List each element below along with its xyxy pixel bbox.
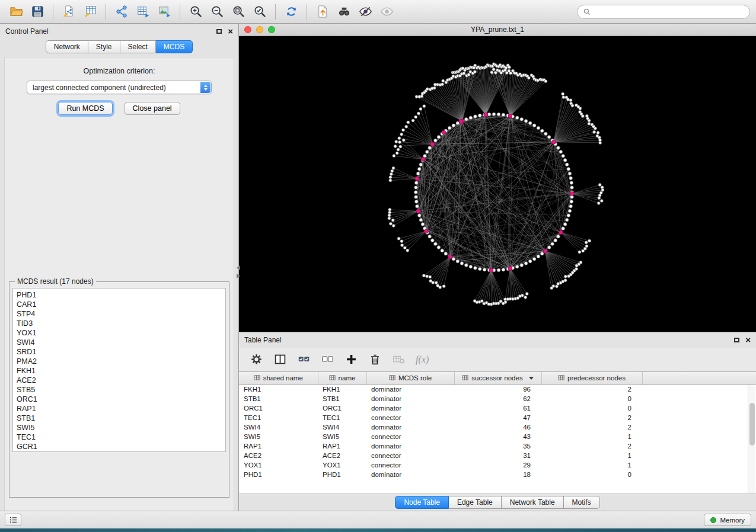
table-settings-button[interactable]: [247, 351, 265, 368]
float-table-panel-icon[interactable]: [734, 338, 739, 342]
mcds-result-list[interactable]: PHD1CAR1STP4TID3YOX1SWI4SRD1PMA2FKH1ACE2…: [12, 288, 226, 452]
splitter-handle[interactable]: [236, 265, 241, 281]
tab-node-table[interactable]: Node Table: [395, 496, 449, 509]
table-row[interactable]: PHD1PHD1dominator180: [239, 470, 756, 479]
export-table-button[interactable]: [133, 2, 153, 21]
zoom-out-button[interactable]: [207, 2, 227, 21]
show-all-button[interactable]: [377, 2, 397, 21]
table-row[interactable]: TEC1TEC1connector472: [239, 413, 756, 422]
maximize-window-icon[interactable]: [268, 26, 275, 33]
deselect-all-columns-button[interactable]: [318, 351, 336, 368]
find-button[interactable]: [334, 2, 354, 21]
mcds-result-item[interactable]: STB1: [17, 414, 225, 423]
export-image-button[interactable]: [154, 2, 174, 21]
create-column-button[interactable]: [342, 351, 360, 368]
collapse-left-icon: [237, 265, 240, 270]
search-field[interactable]: [577, 5, 750, 19]
network-graph[interactable]: [239, 36, 756, 332]
table-row[interactable]: RAP1RAP1dominator352: [239, 441, 756, 451]
scrollbar-thumb[interactable]: [749, 403, 755, 446]
tab-select[interactable]: Select: [120, 40, 156, 53]
mcds-result-item[interactable]: SWI5: [17, 423, 225, 432]
tab-mcds[interactable]: MCDS: [156, 40, 193, 53]
refresh-icon: [285, 5, 298, 18]
cell-shared-name: STB1: [239, 394, 318, 403]
tab-network[interactable]: Network: [46, 40, 88, 53]
apply-layout-button[interactable]: [281, 2, 301, 21]
close-table-panel-icon[interactable]: ×: [745, 336, 751, 344]
network-canvas[interactable]: [239, 36, 756, 332]
column-header-MCDS-role[interactable]: MCDS role: [366, 372, 454, 384]
export-network-button[interactable]: [111, 2, 132, 21]
table-row[interactable]: YOX1YOX1connector291: [239, 460, 756, 470]
mcds-result-item[interactable]: PHD1: [17, 290, 225, 300]
save-session-button[interactable]: [27, 2, 47, 21]
delete-column-button[interactable]: [366, 351, 384, 368]
table-row[interactable]: ORC1ORC1dominator610: [239, 403, 756, 413]
mcds-result-item[interactable]: FKH1: [17, 366, 225, 376]
select-stepper-icon: [200, 82, 210, 93]
table-row[interactable]: STB1STB1dominator620: [239, 394, 756, 403]
mcds-result-item[interactable]: YOX1: [17, 328, 225, 338]
close-window-icon[interactable]: [244, 26, 251, 33]
close-panel-button[interactable]: Close panel: [125, 102, 180, 115]
network-window: YPA_prune.txt_1: [239, 24, 756, 332]
zoom-selected-button[interactable]: [250, 2, 270, 21]
cell-name: STB1: [318, 394, 366, 403]
table-row[interactable]: SWI5SWI5connector431: [239, 432, 756, 441]
tab-style[interactable]: Style: [88, 40, 120, 53]
float-panel-icon[interactable]: [216, 29, 222, 34]
cell-predecessor-nodes: 1: [541, 460, 642, 470]
column-header-predecessor-nodes[interactable]: predecessor nodes: [541, 372, 642, 384]
table-row[interactable]: ACE2ACE2connector311: [239, 451, 756, 460]
cell-MCDS-role: dominator: [366, 422, 454, 432]
memory-button[interactable]: Memory: [704, 514, 751, 526]
mcds-result-item[interactable]: PMA2: [17, 357, 225, 366]
gear-icon: [250, 353, 263, 366]
minimize-window-icon[interactable]: [256, 26, 263, 33]
tab-edge-table[interactable]: Edge Table: [449, 496, 502, 509]
zoom-in-button[interactable]: [186, 2, 206, 21]
hide-selected-button[interactable]: [355, 2, 375, 21]
mcds-result-item[interactable]: SRD1: [17, 347, 225, 357]
zoom-fit-button[interactable]: [228, 2, 248, 21]
column-header-name[interactable]: name: [318, 372, 366, 384]
mcds-result-item[interactable]: CAR1: [17, 300, 225, 309]
mcds-result-item[interactable]: GCR1: [17, 442, 225, 451]
mcds-result-item[interactable]: TID3: [17, 319, 225, 328]
zoom-out-icon: [210, 5, 224, 18]
cell-predecessor-nodes: 1: [541, 432, 642, 441]
share-document-button[interactable]: [312, 2, 333, 21]
node-table[interactable]: shared namenameMCDS rolesuccessor nodesp…: [239, 371, 756, 494]
open-session-button[interactable]: [6, 2, 26, 21]
cell-name: FKH1: [318, 384, 366, 394]
show-columns-button[interactable]: [271, 351, 289, 368]
mcds-result-item[interactable]: STB5: [17, 385, 225, 395]
optimization-select[interactable]: largest connected component (undirected): [27, 81, 212, 94]
close-panel-icon[interactable]: ×: [228, 28, 233, 35]
column-header-successor-nodes[interactable]: successor nodes: [454, 372, 541, 384]
import-network-button[interactable]: [59, 2, 79, 21]
network-window-titlebar[interactable]: YPA_prune.txt_1: [239, 24, 756, 36]
cell-shared-name: YOX1: [239, 460, 318, 470]
mcds-result-item[interactable]: STP4: [17, 309, 225, 319]
column-header-shared-name[interactable]: shared name: [239, 372, 318, 384]
table-scrollbar[interactable]: [748, 385, 755, 493]
search-input[interactable]: [595, 8, 744, 16]
mcds-result-item[interactable]: SWI4: [17, 338, 225, 347]
import-table-button[interactable]: [80, 2, 100, 21]
table-row[interactable]: FKH1FKH1dominator962: [239, 384, 756, 394]
mcds-result-item[interactable]: ORC1: [17, 395, 225, 404]
mcds-result-item[interactable]: TEC1: [17, 432, 225, 442]
table-row[interactable]: SWI4SWI4dominator462: [239, 422, 756, 432]
column-label: name: [339, 374, 356, 382]
tab-motifs[interactable]: Motifs: [564, 496, 600, 509]
mcds-result-item[interactable]: RAP1: [17, 404, 225, 414]
mcds-result-item[interactable]: ACE2: [17, 376, 225, 385]
clear-table-button[interactable]: [390, 351, 407, 368]
function-builder-button[interactable]: f(x): [413, 354, 429, 365]
tab-network-table[interactable]: Network Table: [502, 496, 564, 509]
run-mcds-button[interactable]: Run MCDS: [58, 102, 112, 115]
show-panels-button[interactable]: [5, 514, 21, 526]
select-all-columns-button[interactable]: [295, 351, 312, 368]
